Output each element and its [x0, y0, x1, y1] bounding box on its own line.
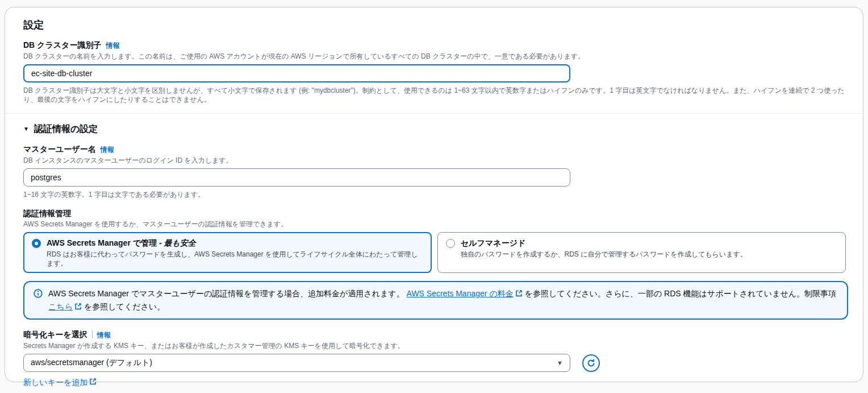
section-divider: [5, 113, 863, 114]
secrets-manager-info-alert: AWS Secrets Manager でマスターユーザーの認証情報を管理する場…: [23, 281, 848, 320]
tile-title-em: 最も安全: [164, 238, 196, 247]
db-cluster-identifier-label: DB クラスター識別子: [23, 39, 101, 51]
add-new-key-link-text: 新しいキーを追加: [23, 377, 87, 388]
encryption-key-select[interactable]: aws/secretsmanager (デフォルト) ▼: [23, 354, 570, 372]
secrets-manager-pricing-link[interactable]: AWS Secrets Manager の料金: [407, 289, 514, 298]
db-cluster-identifier-constraint: DB クラスター識別子は大文字と小文字を区別しませんが、すべて小文字で保存されま…: [23, 86, 846, 104]
encryption-key-label: 暗号化キーを選択: [23, 329, 87, 340]
add-new-key-link[interactable]: 新しいキーを追加: [23, 377, 97, 388]
credentials-management-description: AWS Secrets Manager を使用するか、マスターユーザーの認証情報…: [23, 220, 846, 229]
settings-container: 設定 DB クラスター識別子 情報 DB クラスターの名前を入力します。この名前…: [5, 7, 863, 382]
tile-secrets-manager-description: RDS はお客様に代わってパスワードを生成し、AWS Secrets Manag…: [47, 250, 422, 268]
tile-secrets-manager-title: AWS Secrets Manager で管理 - 最も安全: [47, 237, 422, 249]
refresh-keys-button[interactable]: [582, 354, 600, 372]
db-cluster-identifier-input[interactable]: [23, 64, 570, 82]
master-username-label: マスターユーザー名: [23, 143, 96, 155]
tile-secrets-manager[interactable]: AWS Secrets Manager で管理 - 最も安全 RDS はお客様に…: [23, 232, 432, 273]
master-username-description: DB インスタンスのマスターユーザーのログイン ID を入力します。: [23, 156, 846, 165]
info-circle-icon: [34, 289, 43, 313]
tile-title-text: AWS Secrets Manager で管理 -: [47, 238, 164, 247]
db-cluster-identifier-field: DB クラスター識別子 情報 DB クラスターの名前を入力します。この名前は、ご…: [23, 39, 846, 104]
radio-unselected-icon[interactable]: [446, 239, 455, 248]
master-username-constraint: 1~16 文字の英数字。1 字目は文字である必要があります。: [23, 190, 846, 199]
alert-text-1: AWS Secrets Manager でマスターユーザーの認証情報を管理する場…: [48, 289, 407, 298]
encryption-key-selected-option: aws/secretsmanager (デフォルト): [31, 358, 152, 368]
radio-selected-icon[interactable]: [32, 239, 41, 248]
tile-self-managed-title: セルフマネージド: [461, 237, 747, 249]
limitations-link[interactable]: こちら: [48, 302, 73, 311]
external-link-icon: [89, 377, 97, 388]
caret-down-icon: ▼: [557, 360, 563, 366]
credentials-management-label: 認証情報管理: [23, 208, 846, 218]
encryption-key-field: 暗号化キーを選択 情報 Secrets Manager が作成する KMS キー…: [23, 329, 846, 388]
tile-self-managed-description: 独自のパスワードを作成するか、RDS に自分で管理するパスワードを作成してもらい…: [461, 250, 747, 259]
alert-text: AWS Secrets Manager でマスターユーザーの認証情報を管理する場…: [48, 287, 838, 313]
db-cluster-identifier-description: DB クラスターの名前を入力します。この名前は、ご使用の AWS アカウントが現…: [23, 52, 846, 61]
alert-text-3: を参照してください。: [82, 302, 165, 311]
master-username-info-link[interactable]: 情報: [101, 145, 114, 154]
db-cluster-identifier-info-link[interactable]: 情報: [106, 41, 119, 50]
master-username-field: マスターユーザー名 情報 DB インスタンスのマスターユーザーのログイン ID …: [23, 143, 846, 199]
external-link-icon: [74, 301, 82, 313]
tile-self-managed[interactable]: セルフマネージド 独自のパスワードを作成するか、RDS に自分で管理するパスワー…: [437, 232, 846, 273]
external-link-icon: [515, 288, 523, 300]
alert-text-2: を参照してください。さらに、一部の RDS 機能はサポートされていません。制限事…: [523, 289, 836, 298]
label-divider: [92, 330, 93, 338]
encryption-key-info-link[interactable]: 情報: [97, 330, 111, 340]
credentials-management-group: 認証情報管理 AWS Secrets Manager を使用するか、マスターユー…: [23, 208, 846, 273]
master-username-input[interactable]: [23, 168, 570, 187]
chevron-down-icon: ▼: [23, 126, 29, 132]
encryption-key-description: Secrets Manager が作成する KMS キー、またはお客様が作成した…: [23, 341, 846, 350]
credentials-settings-title: 認証情報の設定: [34, 123, 98, 135]
credentials-management-tiles: AWS Secrets Manager で管理 - 最も安全 RDS はお客様に…: [23, 232, 846, 273]
section-title-settings: 設定: [23, 18, 846, 32]
credentials-settings-expander[interactable]: ▼ 認証情報の設定: [23, 123, 846, 135]
refresh-icon: [586, 358, 596, 368]
